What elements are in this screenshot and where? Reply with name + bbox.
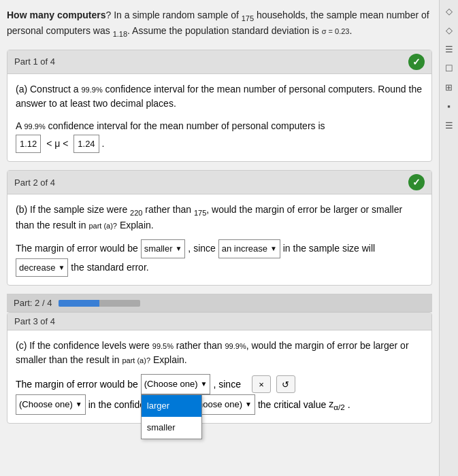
part3-body: (c) If the confidence levels were 99.5% … — [7, 330, 431, 423]
sidebar-icon-7[interactable]: ☰ — [442, 118, 456, 132]
part2-check: ✓ — [408, 174, 425, 190]
part2-dropdown1[interactable]: smaller ▼ — [141, 239, 186, 258]
part3-label: Part 3 of 4 — [14, 316, 55, 326]
part3-dropdown3-arrow: ▼ — [245, 398, 252, 411]
lower-bound-box: 1.12 — [16, 135, 41, 153]
part2-body: (b) If the sample size were 220 rather t… — [7, 194, 431, 285]
sidebar-icon-4[interactable]: ☐ — [442, 61, 456, 75]
dropdown3-arrow: ▼ — [58, 262, 65, 274]
part1-body: (a) Construct a 99.9% confidence interva… — [7, 74, 431, 162]
sidebar-icon-2[interactable]: ◇ — [442, 23, 456, 37]
part1-header: Part 1 of 4 ✓ — [7, 50, 431, 74]
sidebar: ◇ ◇ ☰ ☐ ⊞ ▪ ☰ — [439, 0, 458, 476]
part3-dropdown2-arrow: ▼ — [76, 398, 82, 411]
part1-answer: A 99.9% confidence interval for the mean… — [16, 118, 423, 154]
part2-dropdown2[interactable]: an increase ▼ — [218, 239, 280, 258]
dropdown2-arrow: ▼ — [270, 243, 277, 255]
part2-ref: part (a)? — [88, 222, 117, 230]
part1-label: Part 1 of 4 — [14, 56, 55, 67]
dropdown-option-smaller[interactable]: smaller — [142, 417, 201, 439]
part1-card: Part 1 of 4 ✓ (a) Construct a 99.9% conf… — [7, 50, 432, 163]
part2-answer: The margin of error would be smaller ▼ ,… — [16, 239, 423, 277]
mean-sub: 1.18 — [113, 30, 127, 38]
part3-dropdown1-container: (Choose one) ▼ larger smaller — [141, 374, 211, 394]
sidebar-icon-1[interactable]: ◇ — [442, 4, 456, 18]
progress-bar-outer — [59, 300, 140, 307]
part3-dropdown1-arrow: ▼ — [201, 377, 208, 391]
dropdown-option-larger[interactable]: larger — [142, 395, 201, 417]
part3-question: (c) If the confidence levels were 99.5% … — [16, 339, 423, 367]
part2-label: Part 2 of 4 — [14, 177, 55, 188]
undo-button[interactable]: ↺ — [276, 375, 295, 393]
part3-card: Part 3 of 4 (c) If the confidence levels… — [7, 312, 432, 424]
sample-size-sub: 175 — [242, 14, 254, 22]
dropdown1-arrow: ▼ — [176, 243, 182, 255]
part3-dropdown1[interactable]: (Choose one) ▼ — [141, 374, 211, 394]
part3-answer: The margin of error would be (Choose one… — [16, 374, 423, 415]
main-content: How many computers? In a simple random s… — [0, 0, 439, 476]
sidebar-icon-3[interactable]: ☰ — [442, 42, 456, 56]
progress-row: Part: 2 / 4 — [7, 294, 432, 312]
action-buttons: × ↺ — [252, 375, 295, 393]
question-header: How many computers? In a simple random s… — [7, 8, 432, 40]
n-old-sub: 175 — [194, 209, 206, 217]
part3-ref: part (a)? — [122, 356, 150, 364]
part1-check: ✓ — [408, 54, 425, 70]
progress-label: Part: 2 / 4 — [14, 298, 52, 308]
upper-bound-box: 1.24 — [73, 135, 99, 153]
part2-question: (b) If the sample size were 220 rather t… — [16, 203, 423, 233]
clear-button[interactable]: × — [252, 375, 271, 393]
sigma-value: σ = 0.23 — [322, 27, 350, 35]
sidebar-icon-6[interactable]: ▪ — [442, 99, 456, 113]
part1-question: (a) Construct a 99.9% confidence interva… — [16, 82, 423, 111]
part3-header: Part 3 of 4 — [7, 313, 431, 330]
part2-dropdown3[interactable]: decrease ▼ — [16, 258, 68, 277]
sidebar-icon-5[interactable]: ⊞ — [442, 80, 456, 94]
part2-header: Part 2 of 4 ✓ — [7, 171, 431, 194]
part2-card: Part 2 of 4 ✓ (b) If the sample size wer… — [7, 170, 432, 286]
part3-dropdown1-menu: larger smaller — [141, 394, 202, 439]
z-alpha-label: zα/2 — [329, 394, 344, 415]
n-new-sub: 220 — [130, 209, 142, 217]
part3-dropdown2[interactable]: (Choose one) ▼ — [16, 394, 86, 415]
question-bold: How many computers — [7, 10, 105, 20]
progress-bar-inner — [59, 300, 99, 307]
